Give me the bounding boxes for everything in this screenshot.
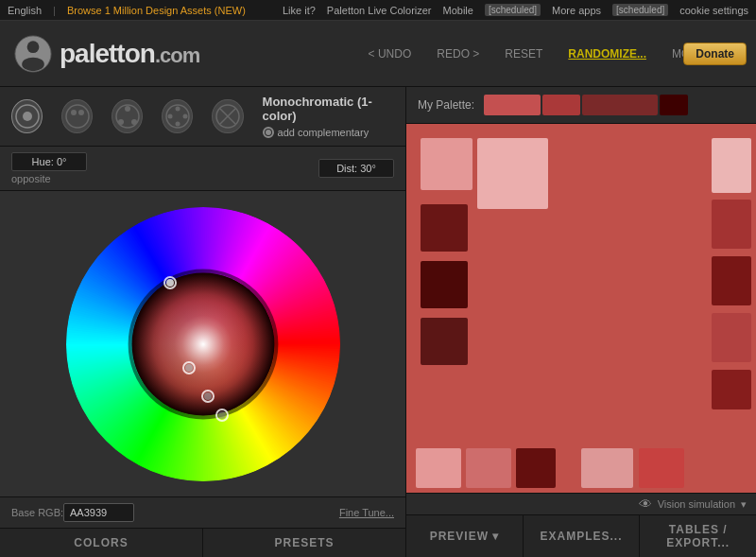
redo-button[interactable]: REDO >	[431, 44, 485, 64]
preview-grid[interactable]	[406, 124, 756, 493]
main: Monochromatic (1-color) add complementar…	[0, 87, 756, 557]
svg-point-15	[175, 122, 180, 127]
right-bottom-tabs: PREVIEW ▾ EXAMPLES... TABLES / EXPORT...	[406, 514, 756, 557]
preview-swatch[interactable]	[581, 448, 633, 488]
svg-point-16	[167, 114, 172, 119]
preview-swatch[interactable]	[712, 200, 751, 249]
browse-link[interactable]: Browse 1 Million Design Assets (NEW)	[67, 5, 246, 16]
scheme-info: Monochromatic (1-color) add complementar…	[263, 95, 394, 138]
palette-swatch	[582, 95, 658, 115]
dist-display: Dist: 30°	[318, 159, 394, 178]
scheme-mono-icon[interactable]	[11, 99, 43, 133]
more-apps-link[interactable]: More apps	[552, 5, 601, 16]
preview-chevron: ▾	[492, 530, 499, 543]
mobile-badge: [scheduled]	[485, 4, 541, 16]
svg-point-7	[78, 110, 84, 115]
logo-icon	[14, 35, 52, 73]
preview-swatch[interactable]	[421, 318, 468, 365]
preview-swatch[interactable]	[712, 313, 751, 362]
svg-point-10	[118, 119, 124, 125]
preview-swatch[interactable]	[712, 370, 751, 409]
donate-button[interactable]: Donate	[683, 43, 747, 65]
svg-point-2	[22, 57, 44, 71]
preview-swatch[interactable]	[639, 448, 684, 488]
randomize-button[interactable]: RANDOMIZE...	[562, 44, 652, 64]
hue-display: Hue: 0°	[11, 152, 87, 171]
scheme-triad-icon[interactable]	[112, 99, 143, 133]
preview-swatch[interactable]	[712, 138, 751, 193]
my-palette-bar: My Palette:	[406, 87, 756, 124]
palette-swatch	[660, 95, 688, 115]
preview-swatch[interactable]	[416, 448, 461, 488]
preview-swatch[interactable]	[466, 448, 511, 488]
preview-swatch[interactable]	[516, 448, 556, 488]
preview-swatch[interactable]	[421, 204, 468, 252]
scheme-adjacent-icon[interactable]	[61, 99, 93, 133]
examples-tab[interactable]: EXAMPLES...	[524, 515, 641, 557]
palette-swatch	[542, 95, 580, 115]
color-wheel[interactable]	[66, 207, 340, 481]
undo-button[interactable]: < UNDO	[363, 44, 418, 64]
right-panel: My Palette: 👁 Vision simulation ▾ PREVIE…	[406, 87, 756, 557]
hue-dist-bar: Hue: 0° opposite Dist: 30°	[0, 147, 405, 191]
header: paletton.com < UNDO REDO > RESET RANDOMI…	[0, 21, 756, 87]
preview-tab[interactable]: PREVIEW ▾	[406, 515, 524, 557]
svg-point-1	[27, 41, 40, 53]
logo: paletton.com	[14, 35, 199, 73]
scheme-tetrad-icon[interactable]	[162, 99, 193, 133]
svg-point-13	[175, 107, 180, 112]
more-apps-badge: [scheduled]	[612, 4, 668, 16]
preview-swatch[interactable]	[712, 256, 751, 305]
left-tabs: COLORS PRESETS	[0, 528, 405, 557]
mobile-link[interactable]: Mobile	[443, 5, 473, 16]
colors-tab[interactable]: COLORS	[0, 529, 203, 557]
reset-button[interactable]: RESET	[499, 44, 548, 64]
wheel-area[interactable]	[0, 191, 405, 496]
svg-point-6	[71, 110, 77, 115]
my-palette-label: My Palette:	[418, 98, 474, 112]
preview-swatch[interactable]	[421, 138, 472, 190]
preview-swatch[interactable]	[477, 138, 548, 209]
vision-sim-label[interactable]: Vision simulation	[658, 498, 735, 510]
svg-point-11	[131, 119, 137, 125]
add-complementary-radio[interactable]	[263, 127, 274, 138]
add-complementary[interactable]: add complementary	[263, 127, 394, 138]
vision-sim-bar: 👁 Vision simulation ▾	[406, 493, 756, 514]
left-panel: Monochromatic (1-color) add complementar…	[0, 87, 406, 557]
presets-tab[interactable]: PRESETS	[203, 529, 405, 557]
language-selector[interactable]: English	[8, 5, 42, 16]
base-rgb-input[interactable]	[63, 503, 134, 522]
scheme-name: Monochromatic (1-color)	[263, 95, 394, 123]
palette-colors	[484, 95, 745, 115]
top-bar: English | Browse 1 Million Design Assets…	[0, 0, 756, 21]
colorizer-link[interactable]: Paletton Live Colorizer	[327, 5, 432, 16]
svg-point-5	[66, 105, 89, 128]
palette-swatch	[484, 95, 541, 115]
svg-point-14	[182, 114, 187, 119]
opposite-label: opposite	[11, 173, 87, 184]
base-rgb-label: Base RGB:	[11, 507, 63, 518]
preview-swatch[interactable]	[421, 261, 468, 308]
logo-text: paletton.com	[60, 39, 199, 69]
tables-tab[interactable]: TABLES / EXPORT...	[640, 515, 756, 557]
vision-sim-chevron[interactable]: ▾	[741, 498, 747, 511]
eye-icon: 👁	[639, 496, 652, 512]
svg-point-9	[125, 106, 130, 112]
base-rgb-bar: Base RGB: Fine Tune...	[0, 496, 405, 528]
cookie-link[interactable]: cookie settings	[679, 5, 748, 16]
like-link[interactable]: Like it?	[283, 5, 316, 16]
svg-point-4	[23, 112, 32, 121]
fine-tune-link[interactable]: Fine Tune...	[339, 507, 394, 518]
scheme-bar: Monochromatic (1-color) add complementar…	[0, 87, 405, 147]
scheme-free-icon[interactable]	[212, 99, 243, 133]
